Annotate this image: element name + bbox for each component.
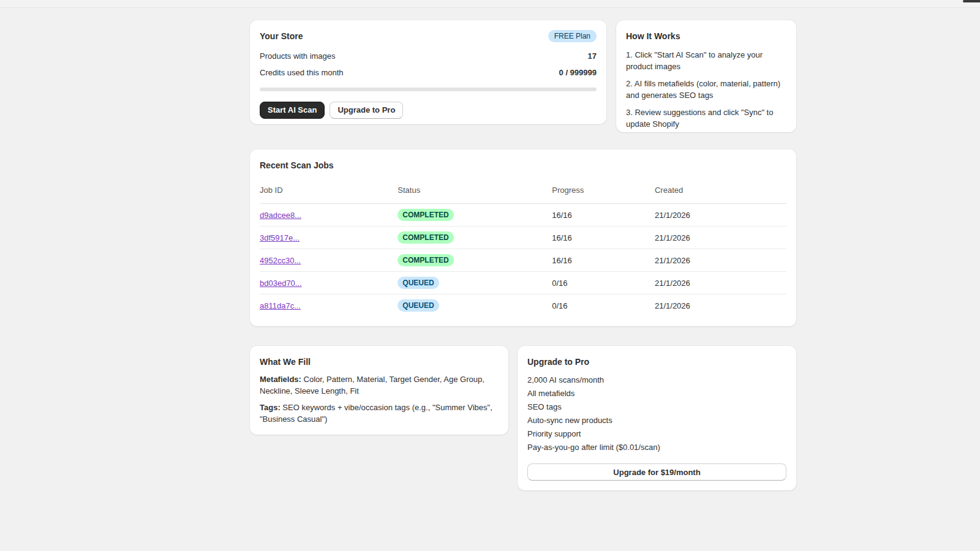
stat-credits-used: Credits used this month 0 / 999999	[260, 67, 597, 78]
progress-cell: 16/16	[552, 204, 655, 227]
job-id-link[interactable]: bd03ed70...	[260, 279, 302, 288]
your-store-title: Your Store	[260, 30, 303, 42]
status-badge: QUEUED	[398, 299, 439, 312]
pro-feature-metafields: All metafields	[527, 387, 786, 400]
progress-cell: 16/16	[552, 227, 655, 249]
how-it-works-card: How It Works 1. Click "Start AI Scan" to…	[616, 20, 796, 132]
upgrade-to-pro-card: Upgrade to Pro 2,000 AI scans/month All …	[518, 346, 796, 490]
column-header-job-id: Job ID	[260, 179, 398, 204]
stat-label: Products with images	[260, 51, 336, 62]
column-header-status: Status	[398, 179, 552, 204]
tags-text: SEO keywords + vibe/occasion tags (e.g.,…	[260, 403, 492, 424]
stat-label: Credits used this month	[260, 67, 344, 78]
top-bar	[0, 0, 980, 8]
job-id-link[interactable]: d9adcee8...	[260, 211, 301, 220]
progress-cell: 0/16	[552, 272, 655, 294]
job-id-link[interactable]: 4952cc30...	[260, 256, 301, 265]
your-store-card: Your Store FREE Plan Products with image…	[250, 20, 606, 124]
row-store-how: Your Store FREE Plan Products with image…	[250, 20, 796, 132]
status-badge: COMPLETED	[398, 254, 453, 266]
how-step-2: 2. AI fills metafields (color, material,…	[626, 78, 786, 101]
status-badge: COMPLETED	[398, 209, 453, 221]
created-cell: 21/1/2026	[655, 272, 786, 294]
job-id-link[interactable]: a811da7c...	[260, 301, 301, 310]
stat-value: 0 / 999999	[559, 67, 597, 78]
recent-scan-jobs-title: Recent Scan Jobs	[260, 159, 786, 171]
stat-value: 17	[588, 51, 597, 62]
metafields-line: Metafields: Color, Pattern, Material, Ta…	[260, 373, 499, 397]
scan-jobs-table: Job ID Status Progress Created d9adcee8.…	[260, 179, 786, 317]
tags-line: Tags: SEO keywords + vibe/occasion tags …	[260, 402, 499, 425]
how-it-works-title: How It Works	[626, 30, 786, 42]
column-header-created: Created	[655, 179, 786, 204]
how-step-1: 1. Click "Start AI Scan" to analyze your…	[626, 49, 786, 72]
table-row: a811da7c... QUEUED 0/16 21/1/2026	[260, 294, 786, 317]
created-cell: 21/1/2026	[655, 227, 786, 249]
what-we-fill-title: What We Fill	[260, 356, 499, 368]
table-header-row: Job ID Status Progress Created	[260, 179, 786, 204]
start-ai-scan-button[interactable]: Start AI Scan	[260, 102, 325, 119]
your-store-header: Your Store FREE Plan	[260, 30, 597, 42]
pro-feature-autosync: Auto-sync new products	[527, 414, 786, 427]
main-content: Your Store FREE Plan Products with image…	[250, 20, 796, 490]
table-row: 3df5917e... COMPLETED 16/16 21/1/2026	[260, 227, 786, 249]
upgrade-to-pro-button[interactable]: Upgrade to Pro	[330, 102, 403, 119]
pro-feature-scans: 2,000 AI scans/month	[527, 373, 786, 387]
table-row: bd03ed70... QUEUED 0/16 21/1/2026	[260, 272, 786, 294]
store-actions: Start AI Scan Upgrade to Pro	[260, 102, 597, 119]
upgrade-for-19-button[interactable]: Upgrade for $19/month	[527, 463, 786, 481]
status-badge: COMPLETED	[398, 231, 453, 244]
created-cell: 21/1/2026	[655, 204, 786, 227]
table-row: 4952cc30... COMPLETED 16/16 21/1/2026	[260, 249, 786, 272]
pro-feature-payg: Pay-as-you-go after limit ($0.01/scan)	[527, 441, 786, 454]
column-header-progress: Progress	[552, 179, 655, 204]
row-fill-pro: What We Fill Metafields: Color, Pattern,…	[250, 346, 796, 490]
recent-scan-jobs-card: Recent Scan Jobs Job ID Status Progress …	[250, 149, 796, 326]
upgrade-to-pro-title: Upgrade to Pro	[527, 356, 786, 368]
metafields-label: Metafields:	[260, 375, 301, 384]
created-cell: 21/1/2026	[655, 249, 786, 272]
table-row: d9adcee8... COMPLETED 16/16 21/1/2026	[260, 204, 786, 227]
stat-products-with-images: Products with images 17	[260, 51, 597, 62]
row-jobs: Recent Scan Jobs Job ID Status Progress …	[250, 149, 796, 326]
progress-cell: 16/16	[552, 249, 655, 272]
status-badge: QUEUED	[398, 277, 439, 289]
tags-label: Tags:	[260, 403, 281, 412]
pro-feature-seo-tags: SEO tags	[527, 400, 786, 414]
what-we-fill-card: What We Fill Metafields: Color, Pattern,…	[250, 346, 508, 435]
free-plan-badge: FREE Plan	[548, 30, 597, 42]
how-step-3: 3. Review suggestions and click "Sync" t…	[626, 107, 786, 130]
job-id-link[interactable]: 3df5917e...	[260, 233, 300, 242]
credits-progress-bar	[260, 88, 597, 91]
top-scrollbar-thumb	[963, 0, 980, 2]
progress-cell: 0/16	[552, 294, 655, 317]
created-cell: 21/1/2026	[655, 294, 786, 317]
pro-feature-support: Priority support	[527, 427, 786, 441]
